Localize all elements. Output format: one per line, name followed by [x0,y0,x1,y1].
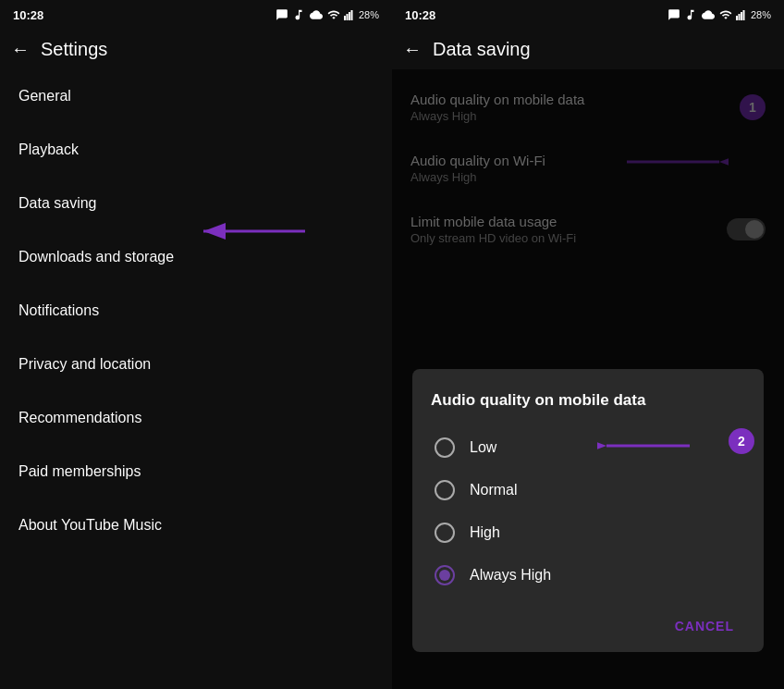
svg-rect-0 [344,16,346,20]
svg-rect-5 [736,16,738,20]
settings-item-downloads[interactable]: Downloads and storage [0,230,392,284]
right-page-title: Data saving [433,39,531,60]
wifi-icon [327,8,340,21]
cancel-button[interactable]: CANCEL [664,611,745,641]
radio-option-high[interactable]: High [431,511,745,554]
message-icon [276,8,288,21]
left-status-icons: 28% [276,8,379,21]
radio-label-always-high: Always High [470,567,551,584]
radio-label-low: Low [470,439,496,456]
dialog-box: Audio quality on mobile data Low [412,369,764,652]
dialog-overlay: Audio quality on mobile data Low [392,69,784,689]
radio-inner-always-high [439,570,450,581]
right-back-button[interactable]: ← [403,39,422,60]
left-header: ← Settings [0,30,392,69]
right-wifi-icon [719,8,732,21]
right-time: 10:28 [405,8,435,22]
right-status-icons: 28% [668,8,771,21]
left-panel: 10:28 28% ← Settings General Playback Da… [0,0,392,689]
settings-item-data-saving[interactable]: Data saving [0,177,392,230]
svg-rect-6 [738,14,740,20]
left-time: 10:28 [13,8,43,22]
cloud-icon [309,8,324,21]
svg-rect-7 [741,12,742,20]
left-back-button[interactable]: ← [11,39,30,60]
settings-item-about[interactable]: About YouTube Music [0,498,392,552]
dialog-title: Audio quality on mobile data [431,391,745,410]
radio-circle-high [435,523,455,543]
signal-icon [344,8,355,21]
settings-item-general[interactable]: General [0,69,392,123]
settings-item-recommendations[interactable]: Recommendations [0,391,392,445]
annotation-arrow-low [597,432,699,463]
radio-option-normal[interactable]: Normal [431,469,745,511]
left-battery: 28% [359,9,379,20]
right-panel: 10:28 28% ← Data saving Audio quality on… [392,0,784,689]
right-header: ← Data saving [392,30,784,69]
svg-rect-8 [742,10,744,20]
settings-item-playback[interactable]: Playback [0,123,392,177]
dialog-actions: CANCEL [431,597,745,641]
svg-rect-3 [350,10,352,20]
radio-option-always-high[interactable]: Always High [431,554,745,597]
settings-list: General Playback Data saving Downloads a… [0,69,392,689]
data-saving-content: Audio quality on mobile data Always High… [392,69,784,689]
right-cloud-icon [701,8,716,21]
radio-option-low[interactable]: Low 2 [431,426,745,469]
right-battery: 28% [751,9,771,20]
left-page-title: Settings [41,39,107,60]
right-message-icon [668,8,680,21]
badge-2: 2 [729,428,754,454]
right-music-icon [684,8,697,21]
radio-circle-always-high [435,565,455,585]
right-status-bar: 10:28 28% [392,0,784,30]
left-status-bar: 10:28 28% [0,0,392,30]
music-icon [292,8,305,21]
radio-circle-low [435,437,455,458]
right-signal-icon [736,8,747,21]
radio-circle-normal [435,480,455,500]
svg-rect-1 [346,14,348,20]
svg-rect-2 [349,12,350,20]
settings-item-privacy[interactable]: Privacy and location [0,338,392,391]
radio-label-high: High [470,524,500,541]
settings-item-notifications[interactable]: Notifications [0,284,392,338]
settings-item-paid[interactable]: Paid memberships [0,445,392,498]
radio-label-normal: Normal [470,482,518,498]
